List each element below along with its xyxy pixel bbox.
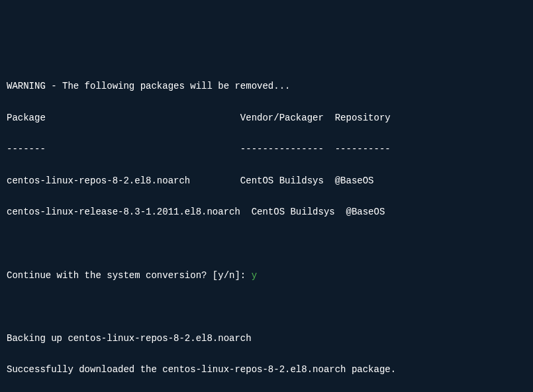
download-success-1: Successfully downloaded the centos-linux… bbox=[7, 362, 526, 378]
package-table-header: Package Vendor/Packager Repository bbox=[7, 111, 526, 126]
package-row-2: centos-linux-release-8.3-1.2011.el8.noar… bbox=[7, 205, 526, 220]
package-table-divider: ------- --------------- ---------- bbox=[7, 142, 526, 158]
backup-line-1: Backing up centos-linux-repos-8-2.el8.no… bbox=[7, 331, 526, 347]
prompt-continue-1: Continue with the system conversion? [y/… bbox=[7, 268, 526, 284]
warning-removed-header: WARNING - The following packages will be… bbox=[7, 79, 526, 95]
prompt-text: Continue with the system conversion? [y/… bbox=[7, 270, 252, 281]
user-input-y[interactable]: y bbox=[252, 270, 257, 281]
terminal-output: WARNING - The following packages will be… bbox=[0, 63, 533, 392]
package-row-1: centos-linux-repos-8-2.el8.noarch CentOS… bbox=[7, 173, 526, 189]
